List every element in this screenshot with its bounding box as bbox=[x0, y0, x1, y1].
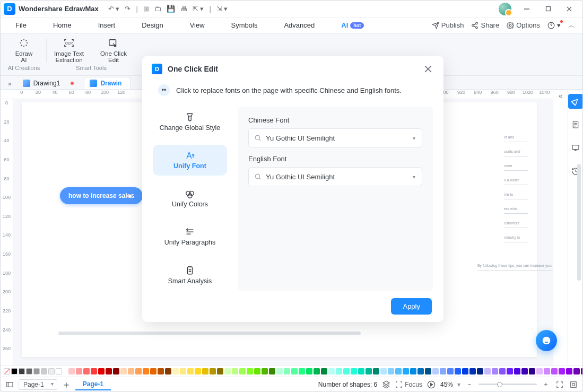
color-swatch[interactable] bbox=[291, 368, 298, 374]
color-swatch[interactable] bbox=[11, 368, 18, 374]
color-swatch[interactable] bbox=[98, 368, 105, 374]
color-swatch[interactable] bbox=[76, 368, 82, 374]
menu-file[interactable]: File bbox=[8, 19, 34, 31]
print-icon[interactable]: 🖶 bbox=[180, 5, 187, 13]
color-swatch[interactable] bbox=[217, 368, 223, 374]
color-swatch[interactable] bbox=[410, 368, 416, 374]
color-swatch[interactable] bbox=[395, 368, 402, 374]
color-swatch[interactable] bbox=[581, 368, 582, 374]
color-swatch[interactable] bbox=[529, 368, 535, 374]
minimize-button[interactable] bbox=[517, 2, 537, 16]
doc-tab-1[interactable]: Drawing1 bbox=[17, 77, 83, 89]
color-swatch[interactable] bbox=[48, 368, 55, 374]
collapse-ribbon-icon[interactable]: ︿ bbox=[568, 21, 575, 30]
option-smart-analysis[interactable]: Smart Analysis bbox=[153, 260, 227, 291]
maximize-button[interactable] bbox=[538, 2, 558, 16]
open-icon[interactable]: 🗀 bbox=[154, 5, 161, 13]
menu-insert[interactable]: Insert bbox=[91, 19, 123, 31]
color-swatch[interactable] bbox=[180, 368, 186, 374]
color-swatch[interactable] bbox=[432, 368, 439, 374]
color-swatch[interactable] bbox=[566, 368, 572, 374]
color-swatch[interactable] bbox=[158, 368, 164, 374]
focus-icon[interactable]: Focus bbox=[395, 380, 422, 389]
ai-assistant-bubble[interactable] bbox=[536, 330, 557, 351]
zoom-slider[interactable] bbox=[478, 384, 537, 385]
zoom-out-icon[interactable]: － bbox=[465, 380, 474, 389]
fullscreen-icon[interactable] bbox=[569, 380, 578, 389]
menu-view[interactable]: View bbox=[182, 19, 212, 31]
color-swatch[interactable] bbox=[113, 368, 119, 374]
color-swatch[interactable] bbox=[321, 368, 327, 374]
color-swatch[interactable] bbox=[514, 368, 520, 374]
dialog-close-button[interactable] bbox=[422, 63, 434, 75]
color-swatch[interactable] bbox=[573, 368, 580, 374]
color-palette[interactable] bbox=[1, 365, 582, 377]
option-unify-font[interactable]: Unify Font bbox=[153, 145, 227, 176]
option-unify-colors[interactable]: Unify Colors bbox=[153, 183, 227, 214]
color-swatch[interactable] bbox=[425, 368, 431, 374]
tool-page-icon[interactable] bbox=[568, 117, 583, 132]
color-swatch[interactable] bbox=[477, 368, 483, 374]
color-swatch[interactable] bbox=[19, 368, 25, 374]
color-swatch[interactable] bbox=[455, 368, 461, 374]
color-swatch[interactable] bbox=[299, 368, 305, 374]
horizontal-scrollbar[interactable] bbox=[58, 332, 361, 335]
tool-shape-icon[interactable] bbox=[568, 94, 583, 109]
vertical-scrollbar[interactable] bbox=[577, 164, 581, 281]
color-swatch[interactable] bbox=[484, 368, 491, 374]
color-swatch[interactable] bbox=[469, 368, 476, 374]
color-swatch[interactable] bbox=[373, 368, 379, 374]
undo-icon[interactable]: ↶ ▾ bbox=[108, 5, 120, 13]
color-swatch[interactable] bbox=[499, 368, 506, 374]
color-swatch[interactable] bbox=[284, 368, 290, 374]
color-swatch[interactable] bbox=[262, 368, 268, 374]
page-selector[interactable]: Page-1 bbox=[19, 379, 57, 390]
zoom-in-icon[interactable]: ＋ bbox=[541, 380, 551, 389]
color-swatch[interactable] bbox=[492, 368, 498, 374]
menu-design[interactable]: Design bbox=[134, 19, 170, 31]
color-swatch[interactable] bbox=[314, 368, 320, 374]
color-swatch[interactable] bbox=[507, 368, 513, 374]
color-swatch[interactable] bbox=[388, 368, 394, 374]
color-swatch[interactable] bbox=[143, 368, 149, 374]
color-swatch[interactable] bbox=[536, 368, 543, 374]
tabs-expand-icon[interactable]: » bbox=[3, 79, 17, 89]
menu-symbols[interactable]: Symbols bbox=[224, 19, 265, 31]
no-fill-swatch[interactable] bbox=[4, 368, 10, 374]
color-swatch[interactable] bbox=[247, 368, 253, 374]
color-swatch[interactable] bbox=[135, 368, 142, 374]
apply-button[interactable]: Apply bbox=[391, 298, 432, 315]
chinese-font-select[interactable]: Yu Gothic UI Semilight bbox=[248, 128, 422, 147]
color-swatch[interactable] bbox=[559, 368, 565, 374]
add-page-icon[interactable]: ＋ bbox=[62, 380, 71, 389]
edraw-ai-button[interactable]: Edraw AI bbox=[5, 38, 43, 63]
color-swatch[interactable] bbox=[336, 368, 342, 374]
color-swatch[interactable] bbox=[33, 368, 40, 374]
english-font-select[interactable]: Yu Gothic UI Semilight bbox=[248, 167, 422, 186]
redo-icon[interactable]: ↷ bbox=[125, 5, 130, 13]
right-panel-collapse[interactable]: « bbox=[553, 90, 568, 365]
close-button[interactable] bbox=[559, 2, 579, 16]
option-unify-paragraphs[interactable]: Unify Paragraphs bbox=[153, 222, 227, 252]
color-swatch[interactable] bbox=[26, 368, 32, 374]
color-swatch[interactable] bbox=[83, 368, 90, 374]
color-swatch[interactable] bbox=[224, 368, 231, 374]
color-swatch[interactable] bbox=[254, 368, 260, 374]
color-swatch[interactable] bbox=[544, 368, 550, 374]
color-swatch[interactable] bbox=[366, 368, 372, 374]
color-swatch[interactable] bbox=[380, 368, 387, 374]
options-button[interactable]: Options bbox=[507, 21, 540, 29]
color-swatch[interactable] bbox=[68, 368, 75, 374]
import-icon[interactable]: ⇲ ▾ bbox=[216, 5, 228, 13]
color-swatch[interactable] bbox=[269, 368, 275, 374]
color-swatch[interactable] bbox=[150, 368, 156, 374]
color-swatch[interactable] bbox=[202, 368, 208, 374]
one-click-edit-button[interactable]: One Click Edit bbox=[94, 38, 133, 63]
layout-icon[interactable] bbox=[5, 380, 14, 389]
color-swatch[interactable] bbox=[91, 368, 97, 374]
color-swatch[interactable] bbox=[232, 368, 238, 374]
color-swatch[interactable] bbox=[195, 368, 201, 374]
color-swatch[interactable] bbox=[343, 368, 350, 374]
color-swatch[interactable] bbox=[120, 368, 127, 374]
color-swatch[interactable] bbox=[128, 368, 134, 374]
